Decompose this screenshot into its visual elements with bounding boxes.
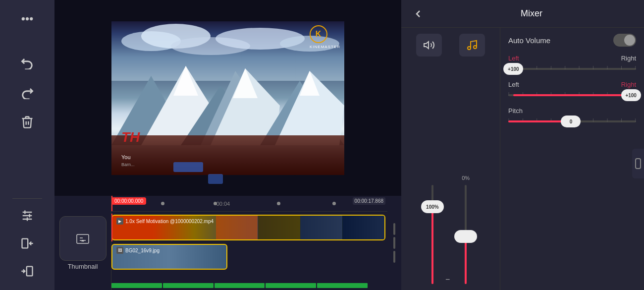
pan-lr-left-label-1: Left: [508, 55, 519, 62]
track-playhead: [111, 214, 112, 241]
subtitle2-overlay: Barn...: [121, 162, 135, 167]
playback-indicator: [173, 162, 203, 172]
bg-track: 🖼 BG02_16v9.jpg: [111, 243, 387, 271]
pitch-slider: Pitch | | | | | | | | | |: [508, 107, 636, 125]
delete-button[interactable]: [12, 109, 42, 135]
ruler-mid-time: 00:04: [216, 201, 230, 207]
music-icon-button[interactable]: [459, 34, 485, 57]
playback-indicator2: [208, 174, 223, 184]
video-track: ▶ 1.0x Self Motivation @1000000202.mp4: [111, 214, 387, 241]
pan-value-top: 0%: [462, 175, 470, 181]
handle-bar-1: [393, 223, 395, 235]
svg-point-2: [30, 18, 32, 20]
video-clip-label: ▶ 1.0x Self Motivation @1000000202.mp4: [116, 218, 214, 225]
svg-point-35: [474, 46, 477, 49]
end-time-indicator: 00:00:17.868: [353, 197, 385, 205]
volume-slider-thumb[interactable]: 100%: [421, 200, 444, 213]
bg-clip[interactable]: 🖼 BG02_16v9.jpg: [111, 244, 227, 270]
pan-lr-thumb-2[interactable]: +100: [621, 89, 641, 101]
ruler-dot-3: [277, 202, 280, 205]
svg-marker-33: [424, 42, 429, 49]
green-bar-4: [266, 283, 316, 288]
svg-rect-11: [27, 267, 33, 276]
timeline-handle[interactable]: [387, 196, 401, 290]
auto-volume-row: Auto Volume: [508, 34, 636, 47]
current-time-indicator: 00:00:00.000: [111, 197, 146, 205]
timeline-ruler: 00:00:00.000 00:04 00:00:17.868: [111, 196, 387, 212]
svg-rect-30: [77, 234, 89, 243]
volume-icon-button[interactable]: [416, 34, 442, 57]
thumbnail-panel: Thumbnail: [54, 196, 111, 290]
layer-adjust-button[interactable]: [12, 203, 42, 229]
pan-lr-track-2[interactable]: | | | | | | | | | | +100: [508, 94, 636, 96]
auto-volume-toggle[interactable]: [613, 34, 636, 47]
mixer-header: Mixer: [401, 0, 644, 28]
ruler-dot-4: [332, 202, 336, 205]
pan-lr-fill-2: [513, 94, 636, 96]
timeline-area: Thumbnail 00:00:00.000 00:04 00:00:17.86…: [54, 196, 401, 290]
pan-lr-labels-1: Left Right: [508, 55, 636, 62]
svg-point-1: [26, 18, 28, 20]
pan-lr-right-label-1: Right: [621, 55, 636, 62]
ruler-dot-1: [161, 202, 164, 205]
mixer-sliders-row: 100% − 0%: [407, 64, 494, 284]
thumbnail-button[interactable]: [59, 216, 107, 261]
pan-lr-labels-2: Left Right: [508, 81, 636, 88]
green-bar-3: [215, 283, 265, 288]
auto-volume-label: Auto Volume: [508, 36, 550, 45]
svg-point-34: [468, 47, 471, 50]
pitch-track[interactable]: | | | | | | | | | | 0: [508, 120, 636, 122]
mixer-back-button[interactable]: [409, 5, 427, 23]
pan-lr-track-1[interactable]: | | | | | | | | | | +100: [508, 68, 636, 70]
slider-minus: −: [445, 275, 450, 284]
right-collapse-button[interactable]: [632, 149, 644, 178]
pan-slider: 0%: [462, 175, 470, 284]
mixer-icon-row: [407, 34, 494, 57]
volume-slider: 100%: [431, 185, 433, 284]
pan-lr-right-label-2: Right: [621, 81, 636, 88]
pan-lr-left-label-2: Left: [508, 81, 519, 88]
svg-point-0: [22, 18, 24, 20]
text-overlay: TH: [121, 129, 140, 145]
thumbnail-label: Thumbnail: [68, 263, 98, 270]
preview-area: K KINEMASTER TH You Barn...: [54, 0, 401, 196]
volume-slider-track[interactable]: 100%: [431, 185, 433, 284]
green-bar-2: [163, 283, 214, 288]
kinemaster-logo: K KINEMASTER: [310, 25, 340, 49]
redo-button[interactable]: [12, 79, 42, 105]
mixer-title: Mixer: [427, 8, 636, 19]
handle-bar-2: [393, 237, 395, 249]
handle-bar-3: [393, 251, 395, 263]
playhead: [111, 196, 112, 211]
clip-icon: ▶: [116, 218, 123, 225]
subtitle-overlay: You: [121, 154, 131, 160]
mixer-controls-section: Auto Volume Left Right | | | |: [500, 28, 644, 290]
left-toolbar: [0, 0, 54, 290]
pan-lr-thumb-1[interactable]: +100: [503, 63, 523, 75]
green-bar-1: [111, 283, 162, 288]
pitch-thumb[interactable]: 0: [561, 116, 581, 127]
mixer-content: 100% − 0% A: [401, 28, 644, 290]
bg-clip-icon: 🖼: [116, 247, 123, 254]
pitch-labels: Pitch: [508, 107, 636, 115]
video-preview[interactable]: K KINEMASTER TH You Barn...: [111, 21, 344, 175]
pan-lr-slider-1: Left Right | | | | | | | | | |: [508, 55, 636, 73]
pan-slider-thumb[interactable]: [454, 230, 477, 243]
pan-lr-slider-2: Left Right | | | | | | | | | |: [508, 81, 636, 99]
pan-slider-track[interactable]: [465, 185, 467, 284]
pitch-label: Pitch: [508, 107, 523, 115]
insert-left-button[interactable]: [12, 231, 42, 256]
timeline-main: 00:00:00.000 00:04 00:00:17.868 ▶ 1.0x S…: [111, 196, 387, 290]
more-button[interactable]: [12, 6, 42, 32]
svg-rect-9: [22, 239, 28, 248]
mixer-sliders-section: 100% − 0%: [401, 28, 500, 290]
append-right-button[interactable]: [12, 258, 42, 284]
svg-rect-36: [636, 159, 641, 169]
mixer-panel: Mixer: [401, 0, 644, 290]
toggle-knob: [624, 35, 635, 46]
bg-clip-label: 🖼 BG02_16v9.jpg: [112, 245, 226, 256]
undo-button[interactable]: [12, 50, 42, 75]
volume-slider-fill: [431, 205, 433, 284]
video-clip[interactable]: ▶ 1.0x Self Motivation @1000000202.mp4: [111, 215, 385, 240]
main-content: K KINEMASTER TH You Barn... Thumbnail: [54, 0, 401, 290]
